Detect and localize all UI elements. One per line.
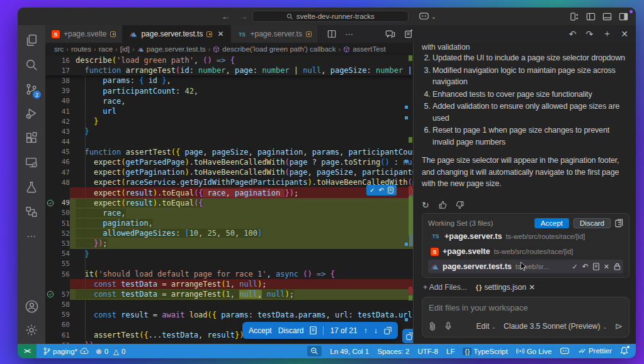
chip-remove-icon[interactable]: ✕ [529,283,535,292]
settings-gear-icon[interactable] [24,323,39,338]
search-view-icon[interactable] [24,57,39,72]
modified-badge-icon[interactable] [206,31,212,37]
breadcrumb[interactable]: src› routes› race› [id]› page.server.tes… [45,43,413,55]
code-text[interactable]: } [70,126,413,136]
rerun-icon[interactable]: ↻ [422,200,429,210]
code-text[interactable]: const result = await load({ params: test… [70,310,413,320]
code-line[interactable]: 40 race, [45,96,413,106]
code-line[interactable]: 54 } [45,249,413,259]
code-text[interactable]: params: { id }, [70,75,413,85]
code-text[interactable]: const testData = arrangeTest(1, null, nu… [70,289,413,299]
code-text[interactable]: } [70,116,413,126]
extensions-icon[interactable] [24,131,39,146]
code-line[interactable]: 44 [45,137,413,147]
code-text[interactable]: expect(getParsedPage).toHaveBeenCalledWi… [70,157,413,167]
problems-status[interactable]: ⊗0 △0 [96,347,125,356]
thumbs-up-icon[interactable] [438,201,447,209]
code-text[interactable] [70,259,413,269]
branch-status[interactable]: paging* [43,347,89,355]
editor-more-actions-icon[interactable]: ⋯ [345,30,354,39]
command-center-search[interactable]: svelte-dev-runner-tracks [252,11,409,22]
toggle-secondary-sidebar-icon[interactable] [619,12,628,21]
indentation-status[interactable]: Spaces: 2 [377,348,409,355]
thumbs-down-icon[interactable] [456,201,465,209]
tab-close-icon[interactable]: ✕ [217,30,223,38]
open-diff-icon[interactable] [593,263,599,270]
notifications-bell[interactable] [620,346,628,356]
working-set-file-row[interactable]: TS +page.server.ts ts-web/src/routes/rac… [428,229,623,243]
send-icon[interactable]: ⊳ [614,321,623,332]
code-line[interactable]: 16describe('load green path', () => { [45,55,413,65]
new-edit-session-icon[interactable] [404,30,414,39]
open-changes-icon[interactable] [384,327,392,334]
code-line[interactable]: 58 [45,300,413,310]
code-line[interactable]: 43 } [45,126,413,136]
new-chat-icon[interactable]: ＋ [602,28,611,40]
code-line[interactable]: 41 url [45,106,413,116]
run-debug-icon[interactable] [24,106,39,121]
code-line-deleted[interactable]: expect(result).toEqual({ race, paginatio… [45,187,413,197]
code-text[interactable] [70,137,413,147]
crumb[interactable]: race [99,45,113,53]
code-text[interactable]: function arrangeTest(id: number, page: n… [70,65,413,75]
open-changes-button[interactable] [402,329,413,343]
modified-badge-icon[interactable] [110,31,116,37]
context-chip-settings[interactable]: { } settings.json ✕ [476,283,535,292]
code-line[interactable]: 42 } [45,116,413,126]
code-text[interactable]: allowedPageSizes: [10, 25, 50, 100] [70,228,413,238]
code-line-added[interactable]: 50 race, [45,208,413,218]
prev-change-icon[interactable]: ↑ [364,326,368,335]
code-line[interactable]: 45 function assertTest({ page, pageSize,… [45,147,413,157]
tab-page-server-ts[interactable]: TS +page.server.ts [231,25,319,43]
crumb-file[interactable]: page.server.test.ts [147,45,206,53]
diff-file-icon[interactable] [310,326,317,334]
code-text[interactable]: race, [70,208,413,218]
encoding-status[interactable]: UTF-8 [417,348,438,355]
code-line[interactable]: 59 const result = await load({ params: t… [45,310,413,320]
redo-icon[interactable]: ↷ [586,29,594,39]
code-text[interactable]: participantCount: 42, [70,86,413,96]
sticky-scroll[interactable]: 16describe('load green path', () => {17 … [45,55,413,75]
code-text[interactable]: describe('load green path', () => { [70,55,413,65]
code-text[interactable]: }); [70,238,413,248]
cursor-position-status[interactable]: Ln 49, Col 1 [330,348,369,355]
toggle-sidebar-icon[interactable] [586,12,596,21]
discard-all-button[interactable]: Discard [573,218,611,228]
remote-explorer-icon[interactable] [24,155,39,170]
code-text[interactable] [70,300,413,310]
code-line[interactable]: 17 function arrangeTest(id: number, page… [45,65,413,75]
code-text[interactable]: } [70,249,413,259]
discard-button[interactable]: Discard [278,326,304,335]
undo-icon[interactable]: ↶ [569,29,577,39]
discard-file-icon[interactable]: ↶ [582,262,589,271]
chat-input-box[interactable]: Edit files in your workspace Edit ⌄ Clau… [422,297,630,338]
account-icon[interactable] [24,299,39,314]
testing-icon[interactable] [24,180,39,195]
close-panel-icon[interactable]: ✕ [621,29,628,39]
code-line-added[interactable]: 57 const testData = arrangeTest(1, null,… [45,289,413,299]
accept-all-button[interactable]: Accept [534,218,569,228]
inline-diff-toolbar[interactable]: ✓ ↶ [366,185,397,196]
diff-review-toolbar[interactable]: Accept Discard 17 of 21 ↑ ↓ [242,322,398,339]
nav-forward-icon[interactable]: → [239,11,248,21]
code-text[interactable]: expect(raceService.getByIdWithPagedParti… [70,177,413,187]
accept-file-icon[interactable]: ✓ [572,263,578,271]
code-text[interactable]: expect(result).toEqual({ race, paginatio… [70,187,413,197]
publish-cloud-icon[interactable] [80,348,89,355]
code-text[interactable]: expect(getPagination).toHaveBeenCalledWi… [70,167,413,177]
code-line-added[interactable]: 52 allowedPageSizes: [10, 25, 50, 100] [45,228,413,238]
split-editor-icon[interactable] [327,30,336,38]
model-picker[interactable]: Claude 3.5 Sonnet (Preview) ⌄ [504,322,607,331]
code-line[interactable]: 38 params: { id }, [45,75,413,85]
code-line[interactable]: 39 participantCount: 42, [45,86,413,96]
modified-badge-icon[interactable] [306,31,312,37]
code-lines[interactable]: 38 params: { id },39 participantCount: 4… [45,75,413,344]
code-text[interactable]: race, [70,96,413,106]
next-change-icon[interactable]: ↓ [374,326,378,335]
code-text[interactable]: url [70,106,413,116]
customize-layout-icon[interactable] [570,12,579,21]
open-chat-icon[interactable] [385,30,395,39]
eol-status[interactable]: LF [446,348,455,355]
working-set-file-row-selected[interactable]: page.server.test.ts ts-web/sr... ✓ ↶ ✕ [428,260,623,273]
diff-file-icon[interactable] [388,187,393,194]
